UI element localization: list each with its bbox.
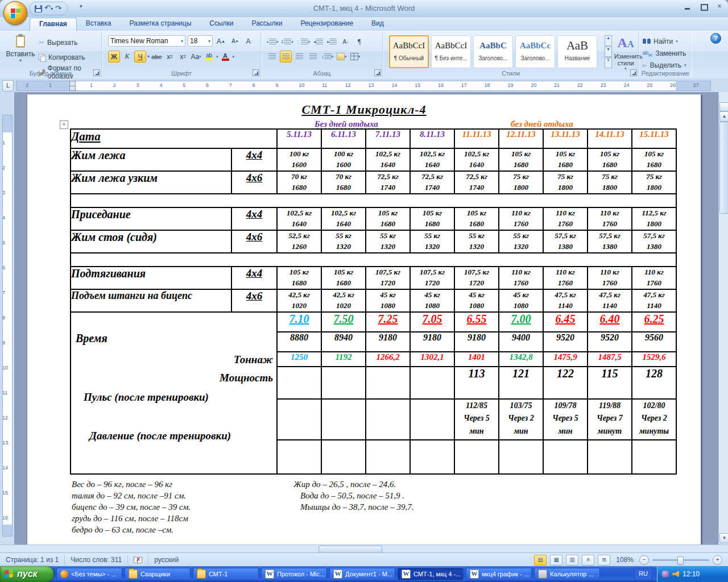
tab-Вид[interactable]: Вид xyxy=(362,17,393,31)
decrease-indent-button[interactable]: ◂ xyxy=(312,36,324,48)
taskbar-item-Сварщики[interactable]: Сварщики xyxy=(125,568,191,580)
weight-cell[interactable]: 110 кг1760 xyxy=(588,207,632,230)
time-cell[interactable]: 7.05 xyxy=(410,312,454,332)
pulse-cell[interactable]: 112/85Через 5мин xyxy=(454,399,499,440)
weight-cell[interactable]: 102,5 кг1640 xyxy=(366,148,410,171)
zoom-out-button[interactable]: − xyxy=(639,555,649,565)
weight-cell[interactable]: 55 кг1320 xyxy=(454,230,499,253)
numbering-button[interactable]: 1▾ xyxy=(280,36,293,48)
seconds-cell[interactable]: 9180 xyxy=(410,332,454,352)
justify-button[interactable] xyxy=(307,51,319,63)
pulse-cell[interactable] xyxy=(321,399,366,440)
sets-cell[interactable]: 4х4 xyxy=(231,267,277,289)
weight-cell[interactable]: 107,5 кг1720 xyxy=(366,267,410,289)
pressure-cell[interactable] xyxy=(588,440,632,474)
weight-cell[interactable]: 75 кг1800 xyxy=(499,171,543,194)
weight-cell[interactable]: 110 кг1760 xyxy=(632,267,676,289)
style-card[interactable]: AaBbCЗаголово... xyxy=(473,35,513,68)
seconds-cell[interactable]: 9180 xyxy=(366,332,410,352)
close-button[interactable]: × xyxy=(715,3,723,10)
draft-view-button[interactable]: ≣ xyxy=(598,555,610,566)
style-card[interactable]: AaBbCcЗаголово... xyxy=(515,35,555,68)
align-right-button[interactable] xyxy=(293,51,305,63)
weight-cell[interactable]: 45 кг1080 xyxy=(410,289,454,312)
tray-clock[interactable]: 12:10 xyxy=(682,570,700,578)
font-size-combo[interactable]: 18▾ xyxy=(188,35,213,47)
sets-cell[interactable]: 4х4 xyxy=(231,207,277,230)
taskbar-item-Калькулятор-[interactable]: Калькулятор ... xyxy=(534,568,600,580)
pulse-cell[interactable]: 119/88Через 7минут xyxy=(588,399,632,440)
vertical-scrollbar[interactable]: ▲ ▼ xyxy=(718,92,728,544)
weight-cell[interactable]: 75 кг1800 xyxy=(588,171,632,194)
zoom-in-button[interactable]: + xyxy=(713,555,722,565)
vertical-ruler[interactable]: 12345678910111213141516 xyxy=(0,92,14,544)
weight-cell[interactable]: 102,5 кг1640 xyxy=(410,148,454,171)
date-label-cell[interactable]: Дата xyxy=(71,129,277,148)
date-cell[interactable]: 12.11.13 xyxy=(499,129,543,148)
minimize-button[interactable] xyxy=(684,3,692,10)
seconds-cell[interactable]: 9520 xyxy=(543,332,588,352)
date-cell[interactable]: 8.11.13 xyxy=(410,129,454,148)
pressure-cell[interactable] xyxy=(410,440,454,474)
sets-cell[interactable]: 4х6 xyxy=(231,289,277,312)
fullscreen-view-button[interactable]: ▦ xyxy=(550,555,562,566)
weight-cell[interactable]: 110 кг1760 xyxy=(499,207,543,230)
underline-button[interactable]: Ч xyxy=(134,51,146,63)
weight-cell[interactable]: 47,5 кг1140 xyxy=(543,289,588,312)
seconds-cell[interactable]: 9520 xyxy=(588,332,632,352)
strikethrough-button[interactable]: abe xyxy=(151,51,163,63)
change-case-button[interactable]: Aa▾ xyxy=(190,51,202,63)
pressure-cell[interactable] xyxy=(277,440,321,474)
power-cell[interactable]: 113 xyxy=(454,367,499,399)
weight-cell[interactable]: 100 кг1600 xyxy=(321,148,366,171)
highlight-dropdown[interactable]: ▾ xyxy=(216,55,218,59)
style-card[interactable]: AaBbCcI¶ Обычный xyxy=(389,35,429,68)
scroll-up-button[interactable]: ▲ xyxy=(719,111,728,122)
weight-cell[interactable]: 100 кг1600 xyxy=(277,148,321,171)
hanging-indent-marker[interactable] xyxy=(69,86,76,91)
exercise-name-cell[interactable]: Жим лежа узким xyxy=(71,171,231,194)
weight-cell[interactable]: 105 кг1680 xyxy=(632,148,676,171)
weight-cell[interactable]: 47,5 кг1140 xyxy=(588,289,632,312)
zoom-slider-thumb[interactable] xyxy=(677,556,684,565)
pressure-cell[interactable] xyxy=(366,440,410,474)
time-cell[interactable]: 7.00 xyxy=(499,312,543,332)
power-cell[interactable]: 128 xyxy=(632,367,676,399)
tab-Рассылки[interactable]: Рассылки xyxy=(243,17,292,31)
show-marks-button[interactable]: ¶ xyxy=(353,36,365,48)
replace-button[interactable]: abacЗаменить xyxy=(643,47,686,59)
styles-more[interactable]: ⊽ xyxy=(605,57,612,68)
grow-font-button[interactable]: A▲ xyxy=(215,35,227,47)
styles-dialog-launcher[interactable] xyxy=(630,69,637,76)
font-name-combo[interactable]: Times New Roman▾ xyxy=(108,35,185,47)
weight-cell[interactable]: 47,5 кг1140 xyxy=(632,289,676,312)
weight-cell[interactable]: 42,5 кг1020 xyxy=(277,289,321,312)
taskbar-item-СМТ-1[interactable]: СМТ-1 xyxy=(193,568,259,580)
tonnage-total-cell[interactable]: 1529,6 xyxy=(632,352,676,367)
pressure-cell[interactable] xyxy=(321,440,366,474)
superscript-button[interactable]: x2 xyxy=(177,51,189,63)
seconds-cell[interactable]: 9180 xyxy=(454,332,499,352)
weight-cell[interactable]: 105 кг1680 xyxy=(543,148,588,171)
power-cell[interactable] xyxy=(410,367,454,399)
tab-Рецензирование[interactable]: Рецензирование xyxy=(291,17,362,31)
horizontal-ruler[interactable]: 2112345678910111213141516171819202122232… xyxy=(16,81,711,91)
pulse-cell[interactable]: 102/80Через 2минуты xyxy=(632,399,676,440)
weight-cell[interactable]: 105 кг1680 xyxy=(321,267,366,289)
date-cell[interactable]: 14.11.13 xyxy=(588,129,632,148)
sets-cell[interactable]: 4х6 xyxy=(231,230,277,253)
pulse-cell[interactable]: 109/78Через 5мин xyxy=(543,399,588,440)
table-move-handle[interactable]: + xyxy=(60,120,68,129)
copy-button[interactable]: Копировать xyxy=(39,51,101,63)
restore-button[interactable] xyxy=(700,3,708,10)
font-color-dropdown[interactable]: ▾ xyxy=(233,55,235,59)
taskbar-item--Без-темы-[interactable]: <Без темы> - ... xyxy=(56,568,122,580)
seconds-cell[interactable]: 8940 xyxy=(321,332,366,352)
page-indicator[interactable]: Страница: 1 из 1 xyxy=(0,555,65,564)
weight-cell[interactable]: 107,5 кг1720 xyxy=(454,267,499,289)
time-cell[interactable]: 6.55 xyxy=(454,312,499,332)
weight-cell[interactable]: 52,5 кг1260 xyxy=(277,230,321,253)
language-status[interactable]: русский xyxy=(148,555,184,564)
date-cell[interactable]: 15.11.13 xyxy=(632,129,676,148)
taskbar-item-Протокол-Mic-[interactable]: WПротокол - Mic... xyxy=(261,568,327,580)
